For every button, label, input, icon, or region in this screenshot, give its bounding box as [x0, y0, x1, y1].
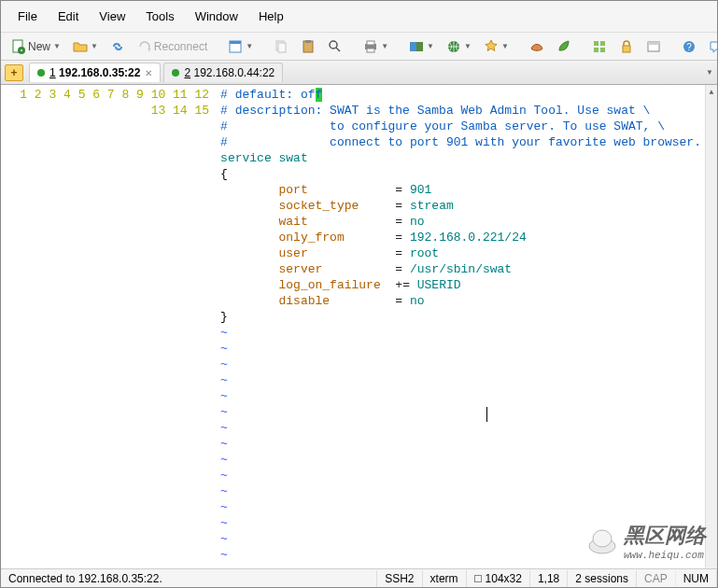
add-tab-button[interactable]: + — [5, 64, 23, 81]
toolbar: New ▼ ▼ Reconnect ▼ — [1, 33, 717, 61]
folder-open-icon — [73, 39, 88, 54]
svg-rect-5 — [278, 43, 286, 52]
status-num: NUM — [676, 570, 717, 587]
dropdown-icon: ▼ — [246, 42, 253, 50]
status-term: xterm — [423, 570, 467, 587]
menu-help[interactable]: Help — [249, 6, 293, 27]
code-area[interactable]: # default: off # description: SWAT is th… — [217, 85, 705, 568]
svg-rect-3 — [230, 41, 241, 44]
svg-rect-19 — [623, 46, 630, 52]
printer-icon — [363, 39, 378, 54]
status-protocol: SSH2 — [377, 570, 422, 587]
new-button[interactable]: New ▼ — [7, 36, 65, 57]
shell-button[interactable] — [525, 36, 549, 57]
svg-rect-13 — [416, 42, 423, 51]
shell-icon — [529, 39, 544, 54]
tab-1-prefix: 1 — [49, 66, 56, 79]
new-document-icon — [11, 39, 26, 54]
scrollbar[interactable]: ▲ — [705, 85, 717, 568]
dropdown-icon: ▼ — [501, 42, 509, 50]
leaf-icon — [556, 39, 571, 54]
dropdown-icon: ▼ — [464, 42, 472, 50]
status-bar: Connected to 192.168.0.35:22. SSH2 xterm… — [1, 568, 717, 587]
menu-file[interactable]: File — [8, 6, 47, 27]
terminal-editor[interactable]: 1 2 3 4 5 6 7 8 9 10 11 12 13 14 15 # de… — [1, 85, 717, 568]
tab-1-label: 192.168.0.35:22 — [59, 66, 140, 79]
paste-button[interactable] — [296, 36, 320, 57]
session-tab-1[interactable]: 1 192.168.0.35:22 ✕ — [29, 63, 161, 82]
lock-button[interactable] — [614, 36, 639, 57]
svg-rect-17 — [594, 48, 598, 52]
svg-rect-11 — [367, 49, 374, 52]
grid-icon — [592, 39, 607, 54]
svg-rect-18 — [600, 48, 605, 52]
svg-rect-15 — [594, 41, 598, 46]
transfer-icon — [409, 39, 424, 54]
reconnect-button[interactable]: Reconnect — [133, 36, 212, 57]
session-tab-2[interactable]: 2 192.168.0.44:22 — [163, 63, 283, 82]
status-dot-icon — [37, 69, 45, 77]
xfer-button[interactable]: ▼ — [404, 36, 439, 57]
svg-text:?: ? — [686, 42, 692, 52]
menu-edit[interactable]: Edit — [49, 6, 88, 27]
svg-rect-12 — [410, 42, 416, 51]
status-connection: Connected to 192.168.0.35:22. — [1, 570, 377, 587]
copy-icon — [274, 39, 289, 54]
copy-button[interactable] — [269, 36, 293, 57]
globe-icon — [446, 39, 461, 54]
maximize-icon — [474, 575, 482, 582]
find-button[interactable] — [323, 36, 347, 57]
chat-button[interactable] — [704, 36, 718, 57]
reconnect-icon — [137, 39, 152, 54]
menu-window[interactable]: Window — [186, 6, 247, 27]
tile-button[interactable] — [587, 36, 612, 57]
print-button[interactable]: ▼ — [359, 36, 393, 57]
speech-bubble-icon — [709, 39, 718, 54]
dropdown-icon: ▼ — [427, 42, 434, 50]
help-button[interactable]: ? — [677, 36, 701, 57]
reconnect-label: Reconnect — [154, 40, 207, 53]
properties-icon — [228, 39, 243, 54]
new-label: New — [28, 40, 50, 53]
dropdown-icon: ▼ — [53, 42, 61, 50]
status-dot-icon — [172, 69, 179, 77]
properties-button[interactable]: ▼ — [223, 36, 258, 57]
script-button[interactable] — [552, 36, 576, 57]
help-icon: ? — [682, 39, 697, 54]
open-button[interactable]: ▼ — [68, 36, 103, 57]
line-number-gutter: 1 2 3 4 5 6 7 8 9 10 11 12 13 14 15 — [1, 85, 217, 568]
dropdown-icon: ▼ — [91, 42, 98, 50]
link-icon — [110, 39, 125, 54]
status-sessions: 2 sessions — [568, 570, 637, 587]
tab-dropdown-icon[interactable]: ▼ — [706, 68, 713, 77]
link-button[interactable] — [106, 36, 130, 57]
scroll-up-icon[interactable]: ▲ — [706, 85, 717, 98]
toggle-button[interactable] — [641, 36, 666, 57]
menu-bar: File Edit View Tools Window Help — [1, 1, 717, 33]
search-icon — [328, 39, 343, 54]
svg-rect-10 — [367, 41, 374, 45]
menu-view[interactable]: View — [90, 6, 134, 27]
status-position: 1,18 — [530, 570, 568, 587]
dropdown-icon: ▼ — [381, 42, 388, 50]
panel-icon — [646, 39, 661, 54]
bookmark-button[interactable]: ▼ — [479, 36, 514, 57]
close-tab-icon[interactable]: ✕ — [145, 68, 152, 78]
tab-2-prefix: 2 — [184, 66, 190, 79]
text-cursor — [486, 407, 487, 422]
globe-button[interactable]: ▼ — [442, 36, 476, 57]
svg-rect-21 — [648, 42, 659, 45]
tab-bar: + 1 192.168.0.35:22 ✕ 2 192.168.0.44:22 … — [1, 61, 717, 85]
svg-point-8 — [330, 41, 337, 49]
menu-tools[interactable]: Tools — [136, 6, 183, 27]
paste-icon — [301, 39, 316, 54]
lock-icon — [619, 39, 634, 54]
svg-rect-7 — [305, 40, 311, 43]
svg-rect-16 — [600, 41, 605, 46]
status-caps: CAP — [637, 570, 676, 587]
star-icon — [484, 39, 499, 54]
tab-2-label: 192.168.0.44:22 — [193, 66, 275, 79]
status-size: 104x32 — [486, 572, 522, 585]
